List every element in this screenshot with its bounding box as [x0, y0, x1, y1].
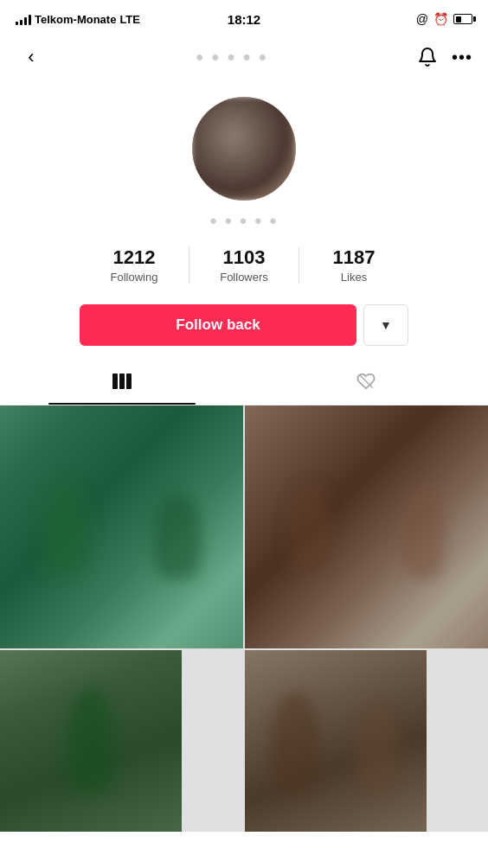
- follow-back-button[interactable]: Follow back: [80, 304, 356, 346]
- carrier-info: Telkom-Monate LTE: [16, 13, 140, 26]
- content-grid: [0, 405, 488, 832]
- tabs-row: [0, 361, 488, 405]
- grid-item-4[interactable]: [245, 650, 427, 832]
- status-bar: Telkom-Monate LTE 18:12 @ ⏰: [0, 0, 488, 35]
- more-options-icon[interactable]: •••: [452, 48, 472, 67]
- following-count: 1212: [113, 246, 156, 269]
- network-type: LTE: [119, 13, 140, 26]
- svg-rect-1: [119, 373, 125, 389]
- at-icon: @: [416, 12, 428, 26]
- likes-count: 1187: [333, 246, 376, 269]
- header-action-icons: •••: [417, 47, 472, 67]
- followers-label: Followers: [220, 271, 268, 284]
- profile-section: ● ● ● ● ● 1212 Following 1103 Followers …: [0, 80, 488, 361]
- header: ‹ ● ● ● ● ● •••: [0, 35, 488, 80]
- followers-count: 1103: [223, 246, 266, 269]
- svg-rect-2: [126, 373, 132, 389]
- avatar: [192, 97, 296, 201]
- stat-followers[interactable]: 1103 Followers: [189, 243, 299, 287]
- stat-following[interactable]: 1212 Following: [80, 243, 189, 287]
- stats-row: 1212 Following 1103 Followers 1187 Likes: [80, 243, 408, 287]
- action-row: Follow back ▼: [80, 304, 408, 346]
- grid-item-3[interactable]: [0, 650, 182, 832]
- back-button[interactable]: ‹: [16, 41, 47, 73]
- alarm-icon: ⏰: [433, 12, 448, 26]
- dropdown-arrow-icon: ▼: [380, 318, 392, 332]
- notification-bell-icon[interactable]: [417, 47, 438, 67]
- battery-icon: [453, 14, 472, 24]
- tab-liked[interactable]: [244, 361, 488, 405]
- stat-likes[interactable]: 1187 Likes: [299, 243, 408, 287]
- signal-icon: [16, 13, 31, 25]
- profile-username: ● ● ● ● ●: [209, 213, 279, 227]
- tab-grid[interactable]: [0, 361, 244, 405]
- header-username: ● ● ● ● ●: [47, 49, 417, 65]
- status-right-icons: @ ⏰: [416, 12, 472, 26]
- svg-rect-0: [112, 373, 118, 389]
- following-label: Following: [111, 271, 158, 284]
- status-time: 18:12: [228, 12, 260, 27]
- likes-label: Likes: [341, 271, 367, 284]
- grid-item-1[interactable]: [0, 405, 243, 648]
- liked-heart-icon: [356, 372, 376, 396]
- carrier-name: Telkom-Monate: [35, 13, 116, 26]
- dropdown-button[interactable]: ▼: [363, 304, 408, 346]
- back-icon: ‹: [28, 46, 34, 68]
- grid-item-2[interactable]: [245, 405, 488, 648]
- grid-view-icon: [112, 372, 132, 396]
